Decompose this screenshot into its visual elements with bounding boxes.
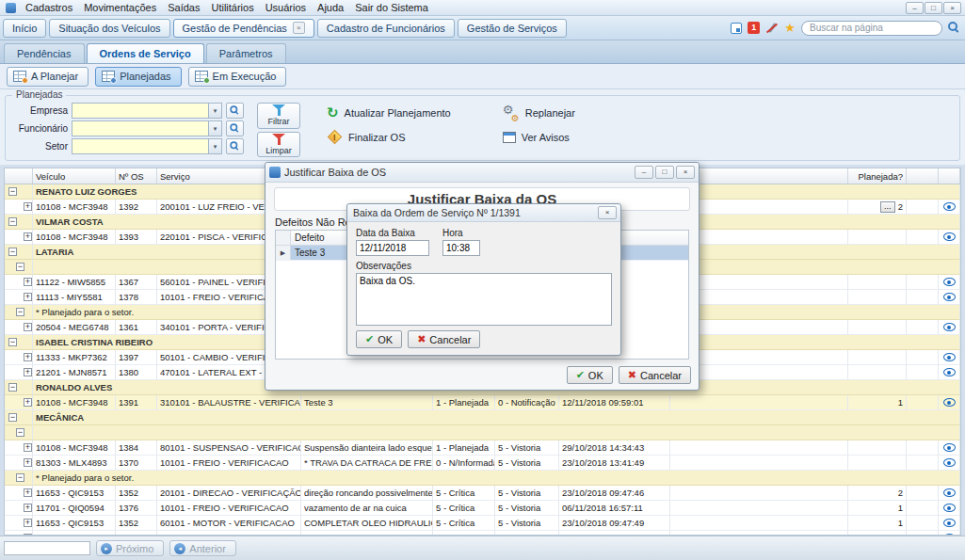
collapse-icon[interactable]: − (8, 413, 17, 422)
view-os-icon[interactable] (943, 488, 956, 497)
col-planejada[interactable]: Planejada? (848, 168, 907, 184)
tab-pendencias[interactable]: Pendências (4, 43, 85, 63)
collapse-icon[interactable]: − (8, 338, 17, 346)
footer-input[interactable] (4, 541, 90, 555)
expand-icon[interactable]: + (24, 519, 32, 527)
filtrar-button[interactable]: Filtrar (257, 103, 300, 129)
menu-movimentacoes[interactable]: Movimentações (78, 1, 162, 14)
ellipsis-button[interactable]: ... (880, 201, 895, 213)
view-os-icon[interactable] (943, 323, 956, 331)
funcionario-select[interactable]: ▾ (72, 120, 222, 136)
chevron-down-icon[interactable]: ▾ (208, 104, 221, 118)
menu-cadastros[interactable]: Cadastros (20, 1, 78, 14)
table-row[interactable]: +11701 - QIQ0594137610101 - FREIO - VERI… (5, 501, 960, 516)
view-os-icon[interactable] (943, 278, 956, 286)
notification-badge[interactable]: 1 (748, 22, 760, 34)
chevron-down-icon[interactable]: ▾ (208, 121, 221, 136)
ok-button[interactable]: ✔ OK (567, 366, 613, 384)
group-row[interactable]: −MECÂNICA (5, 410, 960, 425)
collapse-icon[interactable]: − (8, 187, 17, 196)
tab-gestao-servicos[interactable]: Gestão de Serviços (458, 19, 567, 38)
maximize-icon[interactable]: □ (655, 166, 674, 179)
group-row[interactable]: −* Planejado para o setor. (5, 471, 960, 486)
view-os-icon[interactable] (943, 519, 956, 527)
chevron-down-icon[interactable]: ▾ (208, 139, 221, 153)
view-os-icon[interactable] (943, 398, 956, 407)
col-os[interactable]: Nº OS (116, 168, 157, 184)
view-os-icon[interactable] (943, 458, 956, 467)
expand-icon[interactable]: + (24, 398, 32, 407)
view-planejadas-button[interactable]: Planejadas (95, 67, 181, 87)
expand-icon[interactable]: + (24, 353, 32, 361)
search-icon[interactable] (948, 22, 960, 34)
table-row[interactable]: +11653 - QIC9153135260101 - MOTOR - VERI… (5, 516, 960, 531)
view-a-planejar-button[interactable]: A Planejar (7, 67, 88, 87)
group-row[interactable]: − (5, 425, 960, 440)
close-icon[interactable]: × (676, 166, 695, 179)
tab-parametros[interactable]: Parâmetros (206, 43, 286, 63)
view-os-icon[interactable] (943, 293, 956, 301)
collapse-icon[interactable]: − (16, 473, 24, 482)
tab-cadastro-funcionarios[interactable]: Cadastro de Funcionários (317, 19, 455, 38)
empresa-search-button[interactable] (226, 103, 244, 119)
menu-ajuda[interactable]: Ajuda (312, 1, 349, 14)
view-os-icon[interactable] (943, 368, 956, 376)
expand-icon[interactable]: + (24, 504, 32, 512)
menu-sair[interactable]: Sair do Sistema (349, 1, 434, 14)
atualizar-planejamento-button[interactable]: ↻ Atualizar Planejamento (327, 105, 451, 120)
panel-toggle-icon[interactable] (731, 23, 742, 34)
hora-field[interactable] (442, 240, 480, 256)
expand-icon[interactable]: + (24, 323, 32, 331)
tab-inicio[interactable]: Início (3, 19, 46, 38)
tab-ordens-servico[interactable]: Ordens de Serviço (87, 43, 204, 63)
tab-close-icon[interactable]: × (293, 22, 305, 34)
collapse-icon[interactable]: − (16, 428, 24, 437)
funcionario-search-button[interactable] (226, 120, 244, 136)
expand-icon[interactable]: + (24, 443, 32, 452)
view-em-execucao-button[interactable]: Em Execução (188, 67, 287, 87)
setor-select[interactable]: ▾ (72, 138, 222, 154)
minimize-icon[interactable]: – (635, 166, 653, 179)
restore-icon[interactable]: □ (925, 2, 942, 14)
search-input[interactable] (801, 21, 942, 36)
wrench-icon[interactable] (765, 22, 779, 35)
view-os-icon[interactable] (943, 232, 956, 241)
observacoes-field[interactable]: Baixa da OS. (356, 273, 612, 326)
collapse-icon[interactable]: − (8, 248, 17, 256)
view-os-icon[interactable] (943, 202, 956, 211)
expand-icon[interactable]: + (24, 278, 32, 286)
expand-icon[interactable]: + (24, 293, 32, 301)
anterior-button[interactable]: ◂ Anterior (169, 540, 236, 556)
replanejar-button[interactable]: ⚙⚙ Replanejar (503, 105, 575, 120)
expand-icon[interactable]: + (24, 488, 32, 497)
ver-avisos-button[interactable]: Ver Avisos (503, 130, 575, 144)
expand-icon[interactable]: + (24, 232, 32, 241)
collapse-icon[interactable]: − (8, 383, 17, 392)
finalizar-os-button[interactable]: ! Finalizar OS (327, 130, 451, 144)
close-icon[interactable]: × (943, 2, 961, 14)
table-row[interactable]: +81303 - MLX4893137010101 - FREIO - VERI… (5, 456, 960, 471)
collapse-icon[interactable]: − (8, 217, 17, 226)
data-baixa-field[interactable] (356, 240, 429, 256)
table-row[interactable]: +11653 - QIC9153135220101 - DIRECAO - VE… (5, 486, 960, 501)
col-veiculo[interactable]: Veículo (33, 168, 116, 184)
cancel-button[interactable]: ✖ Cancelar (408, 330, 480, 348)
collapse-icon[interactable]: − (16, 263, 24, 271)
setor-search-button[interactable] (226, 138, 244, 154)
menu-utilitarios[interactable]: Utilitários (205, 1, 259, 14)
close-icon[interactable]: × (598, 206, 617, 219)
star-icon[interactable]: ★ (784, 22, 796, 34)
view-os-icon[interactable] (943, 353, 956, 361)
minimize-icon[interactable]: – (906, 2, 924, 14)
expand-icon[interactable]: + (24, 368, 32, 376)
tab-gestao-pendencias[interactable]: Gestão de Pendências × (173, 19, 314, 38)
collapse-icon[interactable]: − (16, 308, 24, 316)
proximo-button[interactable]: ▸ Próximo (96, 540, 164, 556)
view-os-icon[interactable] (943, 504, 956, 512)
table-row[interactable]: +10108 - MCF3948138480101 - SUSPENSAO - … (5, 440, 960, 456)
expand-icon[interactable]: + (24, 202, 32, 211)
ok-button[interactable]: ✔ OK (356, 330, 402, 348)
menu-usuarios[interactable]: Usuários (260, 1, 312, 14)
table-row[interactable]: +10108 - MCF39481391310101 - BALAUSTRE -… (5, 395, 960, 410)
limpar-button[interactable]: Limpar (257, 132, 300, 158)
